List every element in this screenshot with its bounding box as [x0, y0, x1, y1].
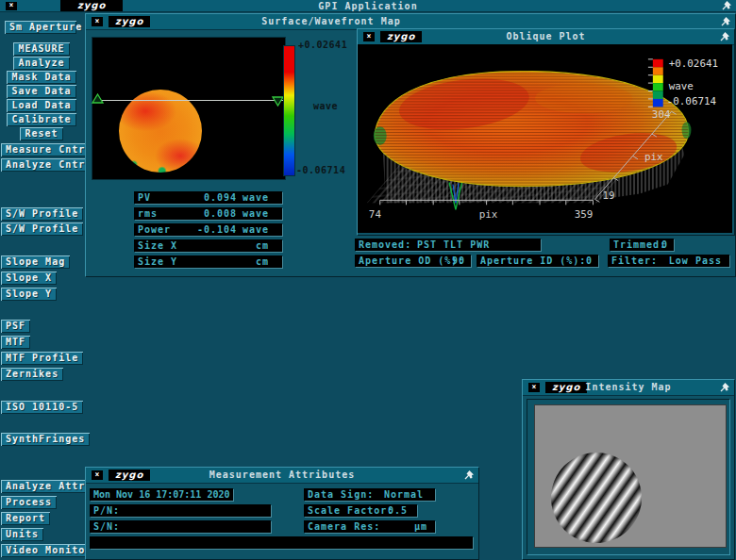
- camera-res-label: Camera Res:: [308, 520, 380, 533]
- surface-map-plot[interactable]: [92, 37, 286, 180]
- serial-number-field[interactable]: S/N:: [90, 520, 271, 533]
- sidebar-item-units[interactable]: Units: [1, 528, 43, 541]
- stat-label: rms: [138, 207, 158, 220]
- filter-label: Filter:: [611, 255, 658, 267]
- stat-value: -0.104: [197, 223, 237, 236]
- removed-field: Removed: PST TLT PWR: [355, 239, 541, 251]
- stat-value: 0.008: [204, 207, 237, 220]
- removed-label: Removed:: [359, 239, 411, 251]
- trimmed-field: Trimmed: 0: [610, 239, 674, 251]
- sidebar-item-analyze-cntrl[interactable]: Analyze Cntrl: [1, 158, 96, 172]
- sidebar-item-report[interactable]: Report: [1, 512, 50, 525]
- stat-label: PV: [138, 191, 151, 204]
- main-titlebar: × zygo GPI Application: [0, 0, 736, 12]
- stat-unit: cm: [256, 255, 269, 268]
- sidebar-item-slope-y[interactable]: Slope Y: [1, 288, 57, 301]
- removed-value: PST TLT PWR: [417, 239, 490, 251]
- aperture-id-value: 0: [586, 255, 593, 267]
- aperture-id-field[interactable]: Aperture ID (%): 0: [477, 255, 598, 267]
- scale-factor-field[interactable]: Scale Factor: 0.5: [304, 504, 417, 517]
- oblique-colorbar-max: +0.02641: [669, 58, 718, 70]
- camera-res-field[interactable]: Camera Res: µm: [304, 520, 435, 533]
- timestamp-field: Mon Nov 16 17:07:11 2020: [90, 488, 233, 501]
- timestamp-value: Mon Nov 16 17:07:11 2020: [93, 488, 230, 501]
- stat-unit: cm: [256, 239, 269, 252]
- data-sign-field[interactable]: Data Sign: Normal: [304, 488, 435, 501]
- sidebar-item-calibrate[interactable]: Calibrate: [7, 113, 75, 126]
- oblique-colorbar-units: wave: [669, 80, 694, 92]
- sidebar-item-measure[interactable]: MEASURE: [13, 42, 69, 56]
- oblique-title: Oblique Plot: [358, 31, 734, 41]
- sidebar-profile-group: S/W Profile S/W Profile: [1, 207, 83, 236]
- trimmed-label: Trimmed:: [613, 239, 666, 251]
- sidebar-item-psf[interactable]: PSF: [1, 320, 30, 333]
- aperture-od-value: 90: [452, 255, 465, 267]
- pin-icon[interactable]: [720, 16, 731, 27]
- intensity-map-window: × zygo Intensity Map: [522, 379, 735, 560]
- stat-unit: wave: [243, 207, 269, 220]
- stat-label: Size Y: [138, 255, 177, 268]
- stat-value: 0.094: [204, 191, 237, 204]
- sidebar-item-sw-profile-1[interactable]: S/W Profile: [1, 207, 83, 221]
- slice-line[interactable]: [95, 100, 283, 101]
- attributes-titlebar: × zygo Measurement Attributes: [86, 468, 478, 484]
- intensity-inner-frame: [527, 399, 730, 555]
- oblique-plot-canvas[interactable]: 74 pix 359 19 pix 304: [358, 44, 732, 233]
- comment-field[interactable]: [90, 536, 473, 549]
- pin-icon[interactable]: [719, 31, 730, 42]
- x-axis-min: 74: [369, 208, 382, 221]
- sidebar-item-process[interactable]: Process: [1, 496, 57, 509]
- sidebar-item-mtf[interactable]: MTF: [1, 336, 30, 349]
- aperture-id-label: Aperture ID (%):: [480, 255, 586, 267]
- x-axis-max: 359: [575, 208, 594, 221]
- stat-unit: wave: [243, 223, 269, 236]
- intensity-title: Intensity Map: [523, 382, 734, 392]
- surface-colorbar-max: +0.02641: [298, 40, 347, 50]
- intensity-image[interactable]: [534, 404, 727, 548]
- surface-colorbar: [283, 45, 295, 176]
- stat-label: Size X: [138, 239, 177, 252]
- surface-title: Surface/Wavefront Map: [86, 16, 577, 26]
- stat-label: Power: [138, 223, 171, 236]
- depth-axis-max: 304: [652, 108, 671, 121]
- data-sign-value: Normal: [384, 488, 424, 501]
- filter-value: Low Pass: [669, 255, 722, 267]
- sidebar-item-measure-cntrl[interactable]: Measure Cntrl: [1, 143, 96, 156]
- sidebar-item-sm-aperture[interactable]: Sm Aperture: [5, 21, 76, 34]
- aperture-od-field[interactable]: Aperture OD (%): 90: [355, 255, 471, 267]
- sidebar-analysis-group: PSF MTF MTF Profile Zernikes: [1, 320, 83, 381]
- main-title: GPI Application: [0, 1, 736, 11]
- stat-size-x-field: Size X cm: [134, 239, 282, 252]
- sidebar-item-mask-data[interactable]: Mask Data: [7, 71, 75, 84]
- pin-icon[interactable]: [721, 0, 732, 11]
- oblique-titlebar: × zygo Oblique Plot: [358, 29, 734, 45]
- sidebar-item-save-data[interactable]: Save Data: [7, 85, 75, 98]
- sidebar-item-sw-profile-2[interactable]: S/W Profile: [1, 222, 83, 236]
- pin-icon[interactable]: [463, 469, 475, 481]
- sidebar-item-video-monitor[interactable]: Video Monitor: [1, 544, 96, 557]
- sidebar-item-slope-mag[interactable]: Slope Mag: [1, 255, 70, 269]
- pin-icon[interactable]: [719, 382, 730, 393]
- depth-axis-label: pix: [644, 151, 663, 163]
- intensity-titlebar: × zygo Intensity Map: [523, 380, 734, 396]
- sidebar-item-iso-10110-5[interactable]: ISO 10110-5: [1, 401, 83, 414]
- scale-factor-label: Scale Factor:: [308, 504, 393, 517]
- sidebar-item-slope-x[interactable]: Slope X: [1, 272, 57, 285]
- oblique-plot-window: × zygo Oblique Plot: [357, 28, 735, 236]
- sidebar-item-reset[interactable]: Reset: [20, 127, 62, 140]
- stat-pv-field: PV 0.094 wave: [134, 191, 282, 204]
- part-number-field[interactable]: P/N:: [90, 504, 271, 517]
- gpi-application-screen: × zygo GPI Application Sm Aperture MEASU…: [0, 0, 736, 560]
- measurement-attributes-window: × zygo Measurement Attributes Mon Nov 16…: [85, 467, 479, 560]
- sidebar-item-analyze-attr[interactable]: Analyze Attr: [1, 480, 90, 493]
- slice-marker-left-icon[interactable]: [92, 93, 104, 104]
- surface-colorbar-min: -0.06714: [296, 165, 345, 175]
- sidebar-item-synthfringes[interactable]: SynthFringes: [1, 433, 90, 446]
- filter-field[interactable]: Filter: Low Pass: [608, 255, 729, 267]
- sidebar-item-load-data[interactable]: Load Data: [7, 99, 75, 112]
- attributes-title: Measurement Attributes: [86, 469, 478, 480]
- sidebar-item-analyze[interactable]: Analyze: [13, 57, 69, 70]
- sidebar-item-zernikes[interactable]: Zernikes: [1, 368, 63, 381]
- sidebar-item-mtf-profile[interactable]: MTF Profile: [1, 352, 83, 365]
- depth-axis-min: 19: [602, 189, 614, 202]
